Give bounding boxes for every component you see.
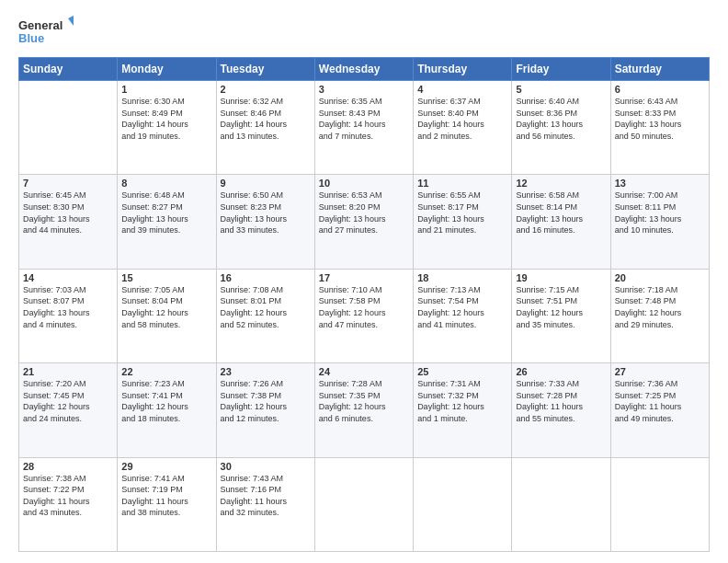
- day-info: Sunrise: 7:20 AM Sunset: 7:45 PM Dayligh…: [23, 378, 113, 424]
- calendar-cell: 7Sunrise: 6:45 AM Sunset: 8:30 PM Daylig…: [19, 175, 118, 269]
- calendar-cell: 24Sunrise: 7:28 AM Sunset: 7:35 PM Dayli…: [314, 363, 413, 457]
- day-number: 28: [23, 461, 113, 472]
- day-info: Sunrise: 7:10 AM Sunset: 7:58 PM Dayligh…: [319, 284, 409, 330]
- svg-text:General: General: [18, 18, 63, 32]
- calendar-cell: 30Sunrise: 7:43 AM Sunset: 7:16 PM Dayli…: [216, 457, 314, 551]
- calendar-cell: 19Sunrise: 7:15 AM Sunset: 7:51 PM Dayli…: [512, 269, 610, 362]
- calendar-cell: 4Sunrise: 6:37 AM Sunset: 8:40 PM Daylig…: [414, 81, 512, 175]
- day-number: 27: [615, 366, 705, 377]
- day-info: Sunrise: 6:58 AM Sunset: 8:14 PM Dayligh…: [516, 190, 606, 236]
- week-row-2: 7Sunrise: 6:45 AM Sunset: 8:30 PM Daylig…: [19, 175, 710, 269]
- day-info: Sunrise: 6:55 AM Sunset: 8:17 PM Dayligh…: [417, 190, 507, 236]
- weekday-header-wednesday: Wednesday: [314, 58, 413, 81]
- day-info: Sunrise: 6:35 AM Sunset: 8:43 PM Dayligh…: [319, 96, 409, 142]
- day-number: 1: [121, 84, 211, 95]
- day-number: 26: [516, 366, 606, 377]
- logo: General Blue: [18, 15, 74, 48]
- week-row-4: 21Sunrise: 7:20 AM Sunset: 7:45 PM Dayli…: [19, 363, 710, 457]
- calendar-cell: 10Sunrise: 6:53 AM Sunset: 8:20 PM Dayli…: [314, 175, 413, 269]
- calendar-cell: 3Sunrise: 6:35 AM Sunset: 8:43 PM Daylig…: [314, 81, 413, 175]
- day-info: Sunrise: 7:00 AM Sunset: 8:11 PM Dayligh…: [615, 190, 705, 236]
- day-number: 3: [319, 84, 409, 95]
- weekday-header-tuesday: Tuesday: [216, 58, 314, 81]
- day-number: 22: [121, 366, 211, 377]
- calendar-cell: [512, 457, 610, 551]
- calendar-cell: 28Sunrise: 7:38 AM Sunset: 7:22 PM Dayli…: [19, 457, 118, 551]
- day-number: 7: [23, 178, 113, 189]
- calendar-cell: 11Sunrise: 6:55 AM Sunset: 8:17 PM Dayli…: [414, 175, 512, 269]
- day-info: Sunrise: 6:37 AM Sunset: 8:40 PM Dayligh…: [417, 96, 507, 142]
- day-number: 2: [221, 84, 311, 95]
- calendar-cell: 18Sunrise: 7:13 AM Sunset: 7:54 PM Dayli…: [414, 269, 512, 362]
- calendar-cell: 15Sunrise: 7:05 AM Sunset: 8:04 PM Dayli…: [118, 269, 216, 362]
- calendar-cell: 14Sunrise: 7:03 AM Sunset: 8:07 PM Dayli…: [19, 269, 118, 362]
- weekday-header-sunday: Sunday: [19, 58, 118, 81]
- weekday-header-row: SundayMondayTuesdayWednesdayThursdayFrid…: [19, 58, 710, 81]
- calendar-cell: 1Sunrise: 6:30 AM Sunset: 8:49 PM Daylig…: [118, 81, 216, 175]
- calendar-table: SundayMondayTuesdayWednesdayThursdayFrid…: [18, 57, 710, 552]
- calendar-cell: 26Sunrise: 7:33 AM Sunset: 7:28 PM Dayli…: [512, 363, 610, 457]
- day-number: 10: [319, 178, 409, 189]
- day-number: 19: [516, 272, 606, 283]
- day-info: Sunrise: 7:41 AM Sunset: 7:19 PM Dayligh…: [121, 473, 211, 519]
- day-number: 20: [615, 272, 705, 283]
- calendar-cell: [19, 81, 118, 175]
- day-number: 13: [615, 178, 705, 189]
- day-number: 21: [23, 366, 113, 377]
- calendar-cell: [610, 457, 709, 551]
- weekday-header-friday: Friday: [512, 58, 610, 81]
- day-info: Sunrise: 6:48 AM Sunset: 8:27 PM Dayligh…: [121, 190, 211, 236]
- day-info: Sunrise: 6:40 AM Sunset: 8:36 PM Dayligh…: [516, 96, 606, 142]
- calendar-cell: 17Sunrise: 7:10 AM Sunset: 7:58 PM Dayli…: [314, 269, 413, 362]
- calendar-cell: [314, 457, 413, 551]
- day-number: 14: [23, 272, 113, 283]
- day-info: Sunrise: 7:13 AM Sunset: 7:54 PM Dayligh…: [417, 284, 507, 330]
- day-info: Sunrise: 7:23 AM Sunset: 7:41 PM Dayligh…: [121, 378, 211, 424]
- day-number: 8: [121, 178, 211, 189]
- calendar-cell: 22Sunrise: 7:23 AM Sunset: 7:41 PM Dayli…: [118, 363, 216, 457]
- day-number: 11: [417, 178, 507, 189]
- day-number: 6: [615, 84, 705, 95]
- day-number: 29: [121, 461, 211, 472]
- calendar-cell: 29Sunrise: 7:41 AM Sunset: 7:19 PM Dayli…: [118, 457, 216, 551]
- day-number: 25: [417, 366, 507, 377]
- calendar-cell: 5Sunrise: 6:40 AM Sunset: 8:36 PM Daylig…: [512, 81, 610, 175]
- calendar-cell: 2Sunrise: 6:32 AM Sunset: 8:46 PM Daylig…: [216, 81, 314, 175]
- day-info: Sunrise: 6:50 AM Sunset: 8:23 PM Dayligh…: [221, 190, 311, 236]
- calendar-cell: 9Sunrise: 6:50 AM Sunset: 8:23 PM Daylig…: [216, 175, 314, 269]
- calendar-cell: 25Sunrise: 7:31 AM Sunset: 7:32 PM Dayli…: [414, 363, 512, 457]
- day-number: 24: [319, 366, 409, 377]
- day-info: Sunrise: 7:31 AM Sunset: 7:32 PM Dayligh…: [417, 378, 507, 424]
- day-info: Sunrise: 6:43 AM Sunset: 8:33 PM Dayligh…: [615, 96, 705, 142]
- weekday-header-monday: Monday: [118, 58, 216, 81]
- calendar-cell: 13Sunrise: 7:00 AM Sunset: 8:11 PM Dayli…: [610, 175, 709, 269]
- day-info: Sunrise: 7:26 AM Sunset: 7:38 PM Dayligh…: [221, 378, 311, 424]
- weekday-header-thursday: Thursday: [414, 58, 512, 81]
- day-info: Sunrise: 7:03 AM Sunset: 8:07 PM Dayligh…: [23, 284, 113, 330]
- day-number: 15: [121, 272, 211, 283]
- calendar-cell: 27Sunrise: 7:36 AM Sunset: 7:25 PM Dayli…: [610, 363, 709, 457]
- calendar-cell: 8Sunrise: 6:48 AM Sunset: 8:27 PM Daylig…: [118, 175, 216, 269]
- day-info: Sunrise: 7:28 AM Sunset: 7:35 PM Dayligh…: [319, 378, 409, 424]
- calendar-cell: 12Sunrise: 6:58 AM Sunset: 8:14 PM Dayli…: [512, 175, 610, 269]
- calendar-cell: 20Sunrise: 7:18 AM Sunset: 7:48 PM Dayli…: [610, 269, 709, 362]
- day-info: Sunrise: 7:36 AM Sunset: 7:25 PM Dayligh…: [615, 378, 705, 424]
- calendar-cell: 6Sunrise: 6:43 AM Sunset: 8:33 PM Daylig…: [610, 81, 709, 175]
- calendar-cell: 23Sunrise: 7:26 AM Sunset: 7:38 PM Dayli…: [216, 363, 314, 457]
- day-info: Sunrise: 6:53 AM Sunset: 8:20 PM Dayligh…: [319, 190, 409, 236]
- day-info: Sunrise: 7:08 AM Sunset: 8:01 PM Dayligh…: [221, 284, 311, 330]
- calendar-cell: 16Sunrise: 7:08 AM Sunset: 8:01 PM Dayli…: [216, 269, 314, 362]
- day-info: Sunrise: 6:32 AM Sunset: 8:46 PM Dayligh…: [221, 96, 311, 142]
- week-row-5: 28Sunrise: 7:38 AM Sunset: 7:22 PM Dayli…: [19, 457, 710, 551]
- day-info: Sunrise: 7:38 AM Sunset: 7:22 PM Dayligh…: [23, 473, 113, 519]
- svg-marker-2: [68, 15, 74, 26]
- day-number: 17: [319, 272, 409, 283]
- weekday-header-saturday: Saturday: [610, 58, 709, 81]
- day-number: 23: [221, 366, 311, 377]
- week-row-3: 14Sunrise: 7:03 AM Sunset: 8:07 PM Dayli…: [19, 269, 710, 362]
- day-info: Sunrise: 7:05 AM Sunset: 8:04 PM Dayligh…: [121, 284, 211, 330]
- day-info: Sunrise: 6:30 AM Sunset: 8:49 PM Dayligh…: [121, 96, 211, 142]
- header: General Blue: [18, 15, 710, 48]
- logo-svg: General Blue: [18, 15, 74, 48]
- day-number: 12: [516, 178, 606, 189]
